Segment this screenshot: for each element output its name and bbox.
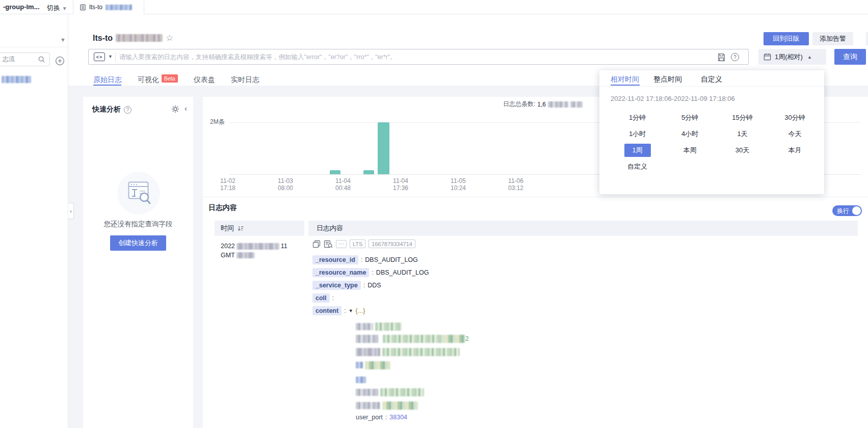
caret-down-icon[interactable]: ▼	[108, 54, 113, 59]
censored-content-line	[356, 400, 418, 410]
time-option[interactable]: 30分钟	[769, 110, 821, 126]
time-option[interactable]: 30天	[716, 142, 769, 158]
time-option[interactable]: 5分钟	[664, 110, 716, 126]
chevron-down-icon[interactable]: ▼	[60, 37, 66, 43]
add-stream-icon[interactable]	[55, 56, 65, 66]
time-option[interactable]: 今天	[769, 126, 821, 142]
view-detail-icon[interactable]	[324, 240, 333, 248]
tab-whole-point-time[interactable]: 整点时间	[653, 75, 682, 84]
content-trailing-digit: 2	[465, 335, 469, 342]
active-tab-underline	[93, 85, 121, 86]
sidebar-collapse-handle[interactable]: ‹	[68, 203, 74, 219]
time-option[interactable]: 1天	[716, 126, 769, 142]
separator	[332, 295, 334, 302]
column-header-time[interactable]: 时间	[215, 221, 304, 236]
tab-raw-logs[interactable]: 原始日志	[93, 75, 122, 85]
stream-search-input[interactable]: 志流	[0, 52, 50, 66]
more-icon[interactable]: ⋯	[336, 240, 347, 248]
gear-icon[interactable]	[171, 105, 179, 113]
time-range-text: 2022-11-02 17:18:06-2022-11-09 17:18:06	[611, 95, 735, 102]
question-icon[interactable]: ?	[124, 106, 131, 114]
stream-sidebar: ▼ 志流	[0, 14, 68, 428]
column-header-content[interactable]: 日志内容	[308, 221, 858, 236]
time-option[interactable]: 1分钟	[611, 110, 664, 126]
separator	[361, 256, 362, 263]
separator	[344, 307, 346, 314]
add-alarm-button[interactable]: 添加告警	[812, 32, 853, 45]
field-key[interactable]: _resource_id	[312, 255, 358, 264]
separator	[363, 282, 365, 289]
divider	[115, 52, 116, 62]
toggle-knob	[852, 206, 861, 215]
field-key[interactable]: coll	[312, 293, 330, 303]
tab-visualization[interactable]: 可视化	[138, 75, 159, 85]
field-key[interactable]: _resource_name	[312, 268, 369, 277]
time-option[interactable]: 4小时	[664, 126, 716, 142]
x-axis-tick: 11-0510:24	[451, 177, 466, 192]
time-option[interactable]: 自定义	[611, 158, 664, 175]
sort-icon[interactable]	[237, 225, 244, 232]
wrap-toggle[interactable]: 换行	[832, 205, 862, 216]
lts-log-search-page: -group-lm... 切换 ▼ lts-to ▼ 志流 ‹ lts-to ☆…	[0, 0, 868, 428]
back-to-old-button[interactable]: 回到旧版	[764, 32, 809, 45]
time-range-label: 1周(相对)	[775, 52, 803, 62]
tab-realtime-logs[interactable]: 实时日志	[231, 75, 259, 85]
tab-dashboard[interactable]: 仪表盘	[194, 75, 215, 85]
censored-content-line	[356, 360, 390, 369]
time-option[interactable]: 15分钟	[716, 110, 769, 126]
stream-tab[interactable]: lts-to	[73, 0, 144, 14]
time-range-selector[interactable]: 1周(相对) ▲	[758, 49, 826, 65]
empty-state-text: 您还没有指定查询字段	[83, 220, 193, 229]
top-bar: -group-lm... 切换 ▼ lts-to	[0, 0, 868, 14]
log-row-toolbar: ⋯ LTS 1667879334714	[312, 239, 415, 248]
y-axis-tick-label: 2M条	[210, 118, 225, 126]
tag-timestamp[interactable]: 1667879334714	[369, 239, 415, 248]
tab-relative-time[interactable]: 相对时间	[611, 75, 639, 84]
search-input[interactable]	[119, 50, 700, 64]
separator	[385, 414, 387, 421]
log-field-row: _resource_id DBS_AUDIT_LOG	[312, 255, 418, 264]
page-title: lts-to ☆	[93, 33, 173, 43]
field-value: DBS_AUDIT_LOG	[376, 269, 429, 276]
censored-stream-item[interactable]	[2, 76, 31, 83]
time-option[interactable]: 本周	[664, 142, 716, 158]
code-mode-icon[interactable]: <>	[94, 52, 105, 61]
save-icon[interactable]	[717, 53, 726, 62]
create-quick-analysis-button[interactable]: 创建快速分析	[110, 235, 166, 251]
log-total-count: 日志总条数: 1,6	[503, 100, 583, 109]
censored-content-line: 2	[356, 334, 469, 343]
clipped-button[interactable]	[866, 32, 868, 45]
copy-icon[interactable]	[312, 240, 321, 248]
x-axis-tick: 11-0603:12	[508, 177, 523, 192]
json-collapsed-value[interactable]: {...}	[356, 307, 365, 314]
field-value: DBS_AUDIT_LOG	[365, 256, 418, 263]
beta-badge: Beta	[162, 74, 178, 83]
help-icon[interactable]: ?	[731, 53, 739, 61]
time-option[interactable]: 本月	[769, 142, 821, 158]
field-value[interactable]: 38304	[389, 414, 407, 421]
switch-group-button[interactable]: 切换 ▼	[47, 4, 67, 13]
search-icon[interactable]	[38, 56, 45, 63]
field-key[interactable]: _service_type	[312, 281, 361, 290]
time-option-selected[interactable]: 1周	[624, 144, 651, 157]
collapse-icon[interactable]: ‹	[185, 104, 187, 113]
field-key[interactable]: content	[312, 306, 341, 315]
censored-content-line	[356, 322, 402, 331]
star-icon[interactable]: ☆	[166, 33, 173, 43]
empty-state-icon	[117, 172, 160, 215]
wrap-toggle-label: 换行	[837, 207, 849, 216]
x-axis-tick: 11-0417:36	[393, 177, 408, 192]
stream-search-text: 志流	[3, 55, 15, 64]
active-tab-underline	[611, 85, 640, 86]
tag-lts[interactable]: LTS	[350, 239, 365, 248]
query-button[interactable]: 查询	[834, 49, 866, 65]
chevron-down-icon: ▼	[62, 6, 67, 11]
caret-down-icon[interactable]: ▼	[349, 308, 353, 313]
tab-custom-time[interactable]: 自定义	[701, 75, 722, 84]
log-field-row: _resource_name DBS_AUDIT_LOG	[312, 268, 429, 277]
x-axis-tick: 11-0217:18	[220, 177, 235, 192]
time-option[interactable]: 1小时	[611, 126, 664, 142]
censored-count	[570, 101, 583, 108]
divider	[0, 47, 68, 47]
quick-analysis-panel	[83, 97, 193, 428]
